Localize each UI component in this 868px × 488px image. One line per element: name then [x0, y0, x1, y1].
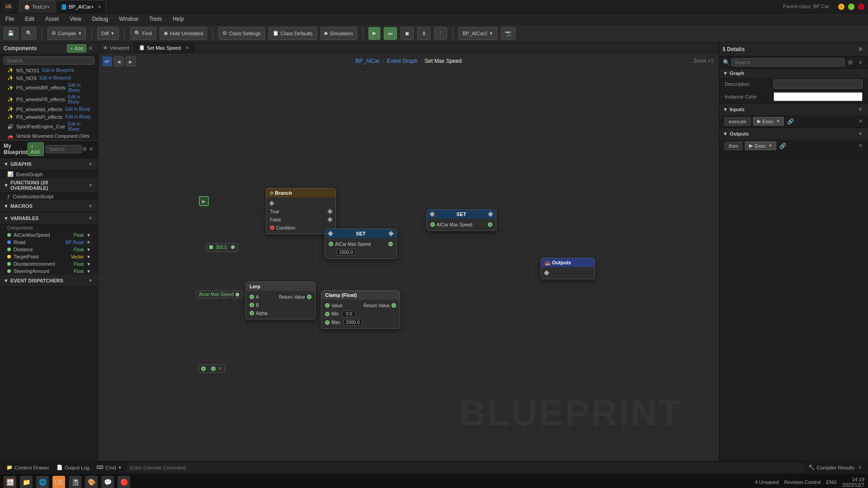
- outputs-section-header[interactable]: ▼ Outputs +: [719, 128, 868, 140]
- details-grid-view[interactable]: ⊞: [846, 58, 854, 66]
- mybp-close-button[interactable]: ✕: [88, 145, 94, 153]
- step-button[interactable]: ⏭: [384, 27, 397, 40]
- execute-delete-button[interactable]: ✕: [859, 118, 863, 124]
- component-ns-nos1[interactable]: ✨ NS_NOS1 Edit in Blueprint: [0, 66, 98, 74]
- viewport-tab[interactable]: 👁 Viewport: [99, 42, 134, 53]
- ns-nos-edit[interactable]: Edit in Blueprint: [39, 75, 71, 80]
- component-ps-wheelsbl[interactable]: ✨ PS_wheelsbl_effects Edit in Bluep: [0, 105, 98, 113]
- pause-button[interactable]: ⏸: [417, 27, 430, 40]
- taskbar-chrome[interactable]: 🌐: [36, 476, 49, 488]
- set1-value-box[interactable]: 1500.0: [337, 249, 355, 256]
- taskbar-paint[interactable]: 🎨: [85, 476, 98, 488]
- then-type-box[interactable]: ▶ Exec ▼: [745, 141, 776, 150]
- component-ps-wheelsfl[interactable]: ✨ PS_wheelsFl_effects Edit in Bluep: [0, 113, 98, 121]
- maximize-button[interactable]: □: [848, 4, 854, 10]
- console-input[interactable]: [127, 463, 804, 473]
- outputs-node[interactable]: 📤 Outputs: [541, 258, 595, 279]
- construction-script-item[interactable]: ƒ ConstructionScript: [0, 193, 98, 200]
- nav-back-button[interactable]: ◀: [114, 56, 124, 66]
- inputs-section-header[interactable]: ▼ Inputs +: [719, 103, 868, 115]
- functions-add-button[interactable]: +: [87, 181, 94, 189]
- ps-wheels-br-edit[interactable]: Edit in Bluep: [68, 83, 91, 93]
- tab-testlv[interactable]: 🏠 TestLV+: [19, 0, 55, 13]
- components-search-input[interactable]: [4, 56, 94, 65]
- bp-instance-selector[interactable]: BP_AICar2 ▼: [458, 27, 497, 40]
- components-close-button[interactable]: ✕: [86, 44, 94, 52]
- details-search-input[interactable]: [731, 58, 844, 66]
- var-road[interactable]: Road BP Road 👁: [0, 239, 98, 246]
- ps-wheelsbl-edit[interactable]: Edit in Bluep: [65, 107, 90, 112]
- diff-button[interactable]: Diff ▼: [97, 27, 118, 40]
- description-value[interactable]: [774, 80, 863, 89]
- lerp-node[interactable]: Lerp A Return Value B Alpha: [245, 282, 316, 319]
- var-targetpoint[interactable]: TargetPoint Vector ▼: [0, 253, 98, 260]
- play-button[interactable]: ▶: [368, 27, 380, 40]
- tab-bpaicar[interactable]: 📘 BP_AICar+ ✕: [56, 0, 106, 13]
- clamp-min-value[interactable]: 0.0: [342, 310, 356, 317]
- class-settings-button[interactable]: ⚙ Class Settings: [218, 27, 264, 40]
- breadcrumb-event-graph[interactable]: Event Graph: [387, 58, 417, 64]
- var-disntace-increment[interactable]: DisntaceIncrement Float ▼: [0, 260, 98, 267]
- taskbar-app1[interactable]: 🔴: [118, 476, 130, 488]
- var-distance[interactable]: Distance Float ▼: [0, 246, 98, 253]
- menu-debug[interactable]: Debug: [90, 15, 110, 23]
- details-close-button[interactable]: ✕: [856, 45, 864, 53]
- var-aicar-maxspeed[interactable]: AICarMaxSpeed Float ▼: [0, 231, 98, 239]
- event-graph-item[interactable]: 📊 EventGraph: [0, 170, 98, 178]
- then-pin-box[interactable]: then: [725, 142, 742, 150]
- simulation-button[interactable]: ▶ Simulation: [321, 27, 357, 40]
- camera-button[interactable]: 📷: [501, 27, 515, 40]
- menu-asset[interactable]: Asset: [43, 15, 61, 23]
- breadcrumb-bp-aicar[interactable]: BP_AICar: [356, 58, 380, 64]
- variables-add-button[interactable]: +: [86, 214, 94, 222]
- set-node-2[interactable]: SET AICar Max Speed: [426, 209, 496, 231]
- graph-section-header[interactable]: ▼ Graph: [719, 69, 868, 78]
- macros-section-header[interactable]: ▼ MACROS +: [0, 200, 98, 212]
- compiler-results-tab[interactable]: 🔨 Compiler Results ✕: [806, 464, 864, 471]
- ns-nos1-edit[interactable]: Edit in Blueprint: [42, 68, 74, 73]
- tab-bpaicar-close[interactable]: ✕: [98, 5, 101, 9]
- revision-control[interactable]: Revision Control: [784, 479, 821, 485]
- aicar-maxspeed-label-node[interactable]: AIcar Max Speed: [196, 291, 242, 298]
- details-list-view[interactable]: ≡: [856, 58, 864, 66]
- var-steering-amount[interactable]: SteeringAmount Float ▼: [0, 267, 98, 275]
- components-add-button[interactable]: + Add: [67, 44, 86, 52]
- taskbar-explorer[interactable]: 📁: [20, 476, 33, 488]
- set-max-speed-tab[interactable]: 📋 Set Max Speed ✕: [134, 42, 194, 53]
- component-sport-engine[interactable]: 🔊 SportFastEngine_Cue Edit in Bluep: [0, 121, 98, 132]
- save-button[interactable]: 💾: [4, 27, 18, 40]
- find-button[interactable]: 🔍 Find: [130, 27, 156, 40]
- mybp-settings-button[interactable]: ⚙: [82, 145, 88, 153]
- content-drawer-tab[interactable]: 📁 Content Drawer: [4, 464, 52, 471]
- ps-wheels-fr-edit[interactable]: Edit in Bluep: [68, 94, 91, 104]
- component-ns-nos[interactable]: ✨ NS_NOS Edit in Blueprint: [0, 74, 98, 82]
- set-max-speed-close[interactable]: ✕: [185, 45, 189, 50]
- browse-button[interactable]: 🔍: [22, 27, 36, 40]
- component-ps-wheels-fr[interactable]: ✨ PS_wheelsFR_effects Edit in Bluep: [0, 94, 98, 105]
- stop-button[interactable]: ⏹: [401, 27, 414, 40]
- mybp-add-button[interactable]: + Add: [28, 142, 44, 156]
- more-button[interactable]: ⋮: [434, 27, 447, 40]
- set-node-1[interactable]: SET AICar Max Speed 1500.0: [325, 229, 397, 259]
- compile-button[interactable]: ⚙ Compile ▼: [47, 27, 86, 40]
- menu-file[interactable]: File: [4, 15, 16, 23]
- sport-engine-edit[interactable]: Edit in Bluep: [68, 122, 91, 131]
- var-road-eye[interactable]: 👁: [86, 240, 91, 245]
- functions-section-header[interactable]: ▼ FUNCTIONS (28 OVERRIDABLE) +: [0, 178, 98, 193]
- bottom-close[interactable]: ✕: [218, 366, 222, 371]
- then-link-icon[interactable]: 🔗: [779, 142, 787, 150]
- close-button[interactable]: ✕: [858, 4, 864, 10]
- output-log-tab[interactable]: 📄 Output Log: [54, 464, 92, 471]
- mybp-search-input[interactable]: [46, 145, 82, 153]
- hide-unrelated-button[interactable]: ◉ Hide Unrelated: [160, 27, 207, 40]
- cmd-tab[interactable]: ⌨ Cmd ▼: [94, 464, 124, 471]
- clamp-node[interactable]: Clamp (Float) Value Return Value Min 0.0: [321, 290, 400, 329]
- component-vehicle-movement[interactable]: 🚗 Vehicle Movement Component (Vehi: [0, 132, 98, 140]
- menu-window[interactable]: Window: [117, 15, 140, 23]
- menu-edit[interactable]: Edit: [23, 15, 36, 23]
- ps-wheelsfl-edit[interactable]: Edit in Bluep: [66, 114, 91, 119]
- instance-color-value[interactable]: [774, 92, 863, 101]
- class-defaults-button[interactable]: 📋 Class Defaults: [269, 27, 317, 40]
- minimize-button[interactable]: –: [838, 4, 844, 10]
- compiler-close[interactable]: ✕: [858, 465, 862, 470]
